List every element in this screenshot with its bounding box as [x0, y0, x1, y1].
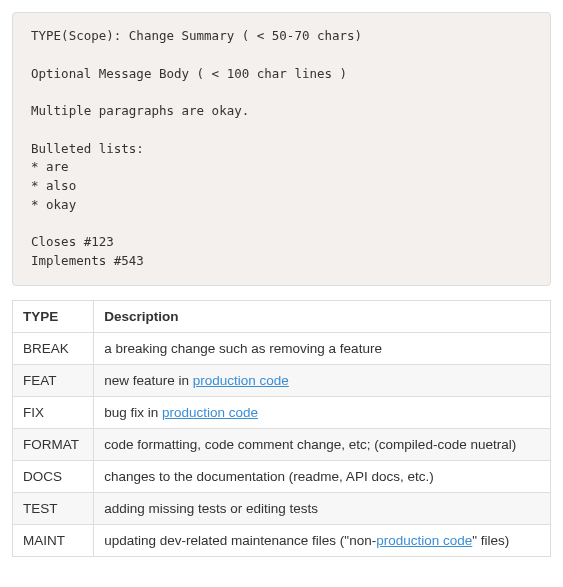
type-cell: DOCS	[13, 460, 94, 492]
desc-text: a breaking change such as removing a fea…	[104, 341, 382, 356]
table-row: TEST adding missing tests or editing tes…	[13, 492, 551, 524]
description-cell: updating dev-related maintenance files (…	[94, 524, 551, 556]
description-cell: a breaking change such as removing a fea…	[94, 332, 551, 364]
desc-text: updating dev-related maintenance files (…	[104, 533, 376, 548]
desc-text: " files)	[472, 533, 509, 548]
table-row: FIX bug fix in production code	[13, 396, 551, 428]
table-row: FEAT new feature in production code	[13, 364, 551, 396]
description-cell: bug fix in production code	[94, 396, 551, 428]
description-cell: changes to the documentation (readme, AP…	[94, 460, 551, 492]
commit-message-format: TYPE(Scope): Change Summary ( < 50-70 ch…	[12, 12, 551, 286]
col-header-description: Description	[94, 300, 551, 332]
table-row: DOCS changes to the documentation (readm…	[13, 460, 551, 492]
type-cell: BREAK	[13, 332, 94, 364]
description-cell: new feature in production code	[94, 364, 551, 396]
desc-text: new feature in	[104, 373, 193, 388]
type-cell: MAINT	[13, 524, 94, 556]
type-cell: FIX	[13, 396, 94, 428]
production-code-link[interactable]: production code	[193, 373, 289, 388]
table-header-row: TYPE Description	[13, 300, 551, 332]
type-cell: FEAT	[13, 364, 94, 396]
desc-text: bug fix in	[104, 405, 162, 420]
table-row: BREAK a breaking change such as removing…	[13, 332, 551, 364]
type-cell: TEST	[13, 492, 94, 524]
desc-text: changes to the documentation (readme, AP…	[104, 469, 433, 484]
description-cell: adding missing tests or editing tests	[94, 492, 551, 524]
description-cell: code formatting, code comment change, et…	[94, 428, 551, 460]
type-table: TYPE Description BREAK a breaking change…	[12, 300, 551, 557]
production-code-link[interactable]: production code	[162, 405, 258, 420]
production-code-link[interactable]: production code	[376, 533, 472, 548]
col-header-type: TYPE	[13, 300, 94, 332]
table-row: FORMAT code formatting, code comment cha…	[13, 428, 551, 460]
desc-text: code formatting, code comment change, et…	[104, 437, 516, 452]
table-row: MAINT updating dev-related maintenance f…	[13, 524, 551, 556]
type-cell: FORMAT	[13, 428, 94, 460]
desc-text: adding missing tests or editing tests	[104, 501, 318, 516]
